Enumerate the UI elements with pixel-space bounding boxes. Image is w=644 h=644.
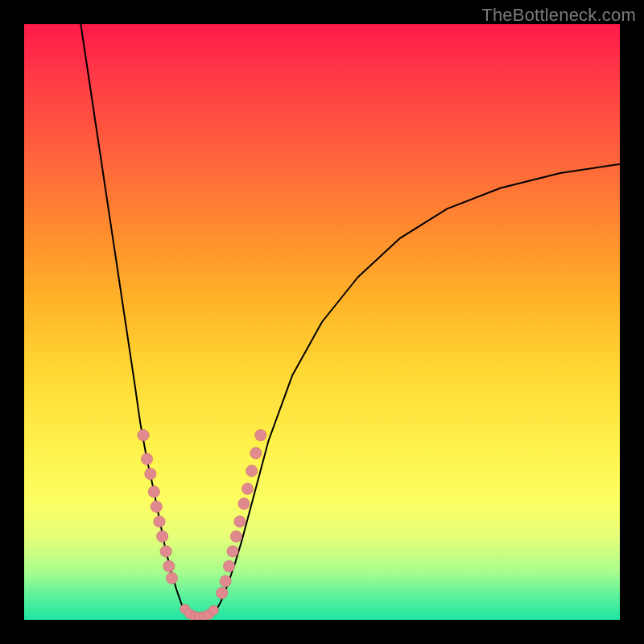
data-point [230,530,242,542]
data-point [141,453,152,464]
data-point [216,588,227,599]
data-point [154,516,165,527]
bottleneck-curve [80,24,620,619]
data-point [156,530,167,542]
data-point [242,483,253,494]
data-point [223,560,234,572]
data-point [166,572,177,584]
chart-frame: TheBottleneck.com [0,0,644,644]
data-point [160,546,171,557]
data-point [138,429,149,440]
data-point [148,486,159,497]
data-point [234,516,246,527]
chart-svg [24,24,620,620]
scatter-dots-group [138,429,266,620]
data-point [220,576,231,587]
curve-group [80,24,620,619]
data-point [255,429,266,440]
data-point [227,546,238,557]
plot-area [24,24,620,620]
data-point [208,605,218,615]
data-point [151,501,162,512]
data-point [246,465,257,477]
data-point [163,560,175,572]
data-point [250,448,262,459]
data-point [145,469,156,480]
data-point [238,498,250,510]
watermark-text: TheBottleneck.com [481,5,636,26]
